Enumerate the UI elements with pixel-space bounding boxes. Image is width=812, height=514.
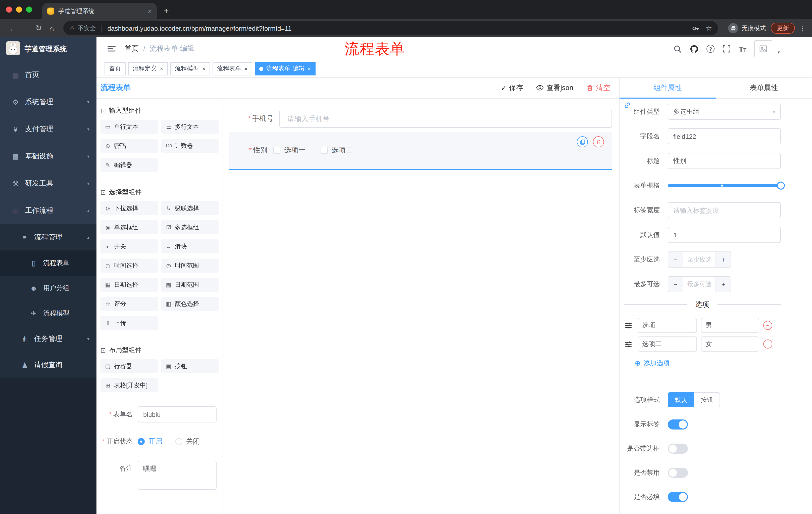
bookmark-star-icon[interactable]: ☆: [706, 24, 712, 32]
remove-option-button[interactable]: −: [763, 321, 772, 330]
max-select-value[interactable]: 最多可选: [684, 277, 716, 292]
address-bar[interactable]: ⚠ 不安全 dashboard.yudao.iocoder.cn/bpm/man…: [63, 21, 718, 35]
hamburger-icon[interactable]: [108, 45, 116, 53]
chip-upload[interactable]: ⇧上传: [100, 316, 158, 330]
close-icon[interactable]: ×: [308, 65, 311, 72]
chip-editor[interactable]: ✎编辑器: [100, 158, 158, 172]
avatar[interactable]: [754, 40, 773, 57]
clear-button[interactable]: 清空: [586, 83, 610, 92]
style-button-button[interactable]: 按钮: [694, 392, 720, 407]
github-icon[interactable]: [690, 45, 698, 53]
sidebar-item-leave-query[interactable]: ♟ 请假查询: [0, 352, 96, 378]
status-off-radio[interactable]: 关闭: [175, 437, 200, 446]
chip-rate[interactable]: ☆评分: [100, 297, 158, 311]
add-option-button[interactable]: ⊕ 添加选项: [635, 359, 781, 368]
chip-date-picker[interactable]: ▦日期选择: [100, 278, 158, 292]
chip-password[interactable]: ⊙密码: [100, 139, 158, 153]
disabled-switch[interactable]: [668, 468, 688, 478]
sidebar-item-process-model[interactable]: ✈ 流程模型: [0, 301, 96, 326]
tag-process-model[interactable]: 流程模型 ×: [170, 62, 210, 75]
tab-form-props[interactable]: 表单属性: [716, 77, 812, 98]
form-grid-slider[interactable]: [668, 178, 781, 194]
remark-textarea[interactable]: 嘿嘿: [138, 461, 216, 490]
phone-input[interactable]: [279, 110, 612, 128]
chip-checkbox-group[interactable]: ☑多选框组: [161, 220, 219, 234]
new-tab-button[interactable]: +: [164, 6, 169, 16]
chip-time-picker[interactable]: ◷时间选择: [100, 259, 158, 273]
delete-component-button[interactable]: [593, 136, 604, 147]
chip-counter[interactable]: 123计数器: [161, 139, 219, 153]
browser-tab[interactable]: 芋道管理系统 ×: [42, 3, 157, 19]
default-value-input[interactable]: [668, 227, 781, 243]
tab-close-icon[interactable]: ×: [148, 7, 152, 15]
selected-component-gender[interactable]: 性别 选项一 选项二: [229, 132, 612, 170]
component-type-select[interactable]: 多选框组 ▾: [668, 104, 781, 120]
zoom-window-button[interactable]: [26, 6, 32, 12]
show-label-switch[interactable]: [668, 420, 688, 430]
key-icon[interactable]: [692, 24, 700, 32]
back-icon[interactable]: ←: [6, 24, 19, 32]
tag-process-form[interactable]: 流程表单 ×: [212, 62, 252, 75]
chip-slider[interactable]: ↔滑块: [161, 239, 219, 253]
sidebar-item-process-form[interactable]: ▯ 流程表单: [0, 250, 96, 276]
link-icon[interactable]: [624, 102, 631, 111]
help-icon[interactable]: ?: [706, 45, 715, 53]
label-width-input[interactable]: [668, 202, 781, 218]
sidebar-item-task-mgmt[interactable]: ⋔ 任务管理 ▾: [0, 326, 96, 352]
sidebar-item-home[interactable]: ▦ 首页: [0, 61, 96, 88]
chip-table[interactable]: ⊞表格[开发中]: [100, 378, 158, 392]
reload-icon[interactable]: ↻: [32, 24, 45, 33]
increase-button[interactable]: +: [716, 277, 731, 292]
tab-component-props[interactable]: 组件属性: [619, 77, 716, 98]
chip-cascader[interactable]: ↳级联选择: [161, 201, 219, 215]
sidebar-item-devtools[interactable]: ⚒ 研发工具 ▾: [0, 170, 96, 197]
slider-handle[interactable]: [777, 182, 785, 190]
decrease-button[interactable]: −: [668, 277, 684, 292]
font-size-icon[interactable]: ✓TT: [738, 45, 747, 53]
tag-process-definition[interactable]: 流程定义 ×: [128, 62, 168, 75]
forward-icon[interactable]: →: [19, 24, 32, 32]
chip-color-picker[interactable]: ◧颜色选择: [161, 297, 219, 311]
security-label[interactable]: 不安全: [78, 24, 96, 32]
sidebar-item-user-group[interactable]: ☻ 用户分组: [0, 276, 96, 301]
gender-option-1-checkbox[interactable]: 选项一: [273, 146, 306, 155]
min-select-value[interactable]: 至少应选: [684, 252, 716, 267]
chip-single-line-text[interactable]: ▭单行文本: [100, 120, 158, 134]
chip-multi-line-text[interactable]: ☰多行文本: [161, 120, 219, 134]
fullscreen-icon[interactable]: [723, 45, 731, 53]
decrease-button[interactable]: −: [668, 252, 684, 267]
drag-handle-icon[interactable]: [625, 340, 634, 348]
gender-option-2-checkbox[interactable]: 选项二: [321, 146, 353, 155]
chip-select[interactable]: ⊚下拉选择: [100, 201, 158, 215]
option-label-input[interactable]: [638, 318, 697, 333]
form-name-input[interactable]: [138, 406, 216, 423]
close-icon[interactable]: ×: [244, 65, 248, 72]
tag-process-form-edit[interactable]: 流程表单-编辑 ×: [255, 62, 316, 75]
sidebar-item-system[interactable]: ⚙ 系统管理 ▾: [0, 88, 96, 116]
minimize-window-button[interactable]: [16, 6, 22, 12]
border-switch[interactable]: [668, 443, 688, 454]
chip-date-range[interactable]: ▩日期范围: [161, 278, 219, 292]
chip-radio-group[interactable]: ◉单选框组: [100, 220, 158, 234]
browser-update-button[interactable]: 更新: [771, 23, 795, 34]
save-button[interactable]: ✓ 保存: [501, 83, 523, 92]
title-input[interactable]: [668, 153, 781, 169]
chip-button[interactable]: ▣按钮: [161, 359, 219, 373]
home-icon[interactable]: ⌂: [45, 24, 58, 32]
search-icon[interactable]: [673, 45, 682, 53]
status-on-radio[interactable]: 开启: [138, 437, 162, 446]
chip-switch[interactable]: ◐开关: [100, 239, 158, 253]
sidebar-item-workflow[interactable]: ▥ 工作流程 ▴: [0, 197, 96, 224]
option-value-input[interactable]: [701, 318, 759, 333]
sidebar-item-infra[interactable]: ▤ 基础设施 ▾: [0, 143, 96, 170]
slider-track[interactable]: [668, 184, 781, 187]
option-value-input[interactable]: [701, 336, 759, 352]
chip-time-range[interactable]: ◴时间范围: [161, 259, 219, 273]
close-icon[interactable]: ×: [160, 65, 163, 72]
close-icon[interactable]: ×: [202, 65, 205, 72]
sidebar-item-payment[interactable]: ¥ 支付管理 ▾: [0, 116, 96, 143]
increase-button[interactable]: +: [716, 252, 731, 267]
close-window-button[interactable]: [6, 6, 12, 12]
chip-row-container[interactable]: ▢行容器: [100, 359, 158, 373]
avatar-caret-icon[interactable]: ▾: [778, 50, 780, 55]
